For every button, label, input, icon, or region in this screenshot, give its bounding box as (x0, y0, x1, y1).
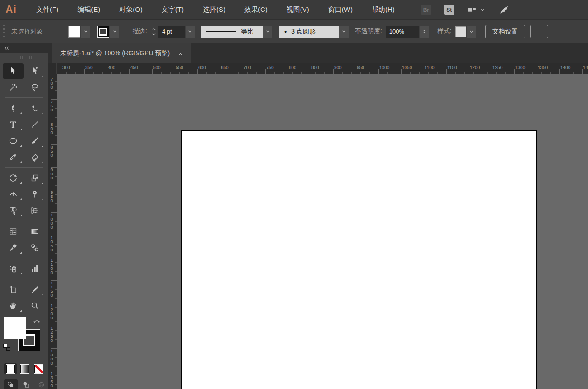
shape-builder-tool[interactable] (3, 203, 24, 218)
ruler-label: 300 (62, 65, 70, 70)
eraser-tool[interactable] (24, 149, 45, 165)
style-swatch[interactable] (455, 26, 466, 37)
gradient-tool[interactable] (24, 224, 45, 239)
toolbar-separator (5, 167, 43, 168)
menu-item[interactable]: 帮助(H) (362, 0, 404, 19)
curvature-tool[interactable] (24, 101, 45, 116)
knife-tool[interactable] (24, 282, 45, 297)
menu-item[interactable]: 视图(V) (277, 0, 319, 19)
gradient-icon (30, 227, 39, 236)
document-tab-title: 未标题-1.ai* @ 100% (RGB/GPU 预览) (60, 49, 170, 58)
swap-fill-stroke-icon[interactable] (33, 317, 41, 326)
apply-none-button[interactable] (32, 363, 45, 374)
puppet-warp-tool[interactable] (24, 187, 45, 202)
collapse-dock-icon[interactable] (4, 45, 10, 51)
type-tool[interactable] (3, 117, 24, 132)
control-bar: 未选择对象 描边: 4 pt 等比 • 3 点圆形 不透明度: 100% 样式:… (0, 20, 588, 43)
selection-status: 未选择对象 (11, 28, 43, 36)
ruler-label: 1350 (538, 65, 548, 70)
draw-behind-button[interactable] (19, 379, 33, 389)
stroke-weight-label[interactable]: 描边: (133, 27, 147, 36)
opacity-input[interactable]: 100% (386, 26, 419, 38)
stroke-profile-value: 等比 (241, 28, 253, 36)
scale-tool[interactable] (24, 170, 45, 186)
document-tab[interactable]: 未标题-1.ai* @ 100% (RGB/GPU 预览) (52, 43, 191, 63)
artboard-tool[interactable] (3, 282, 24, 297)
selection-tool[interactable] (3, 63, 24, 79)
partial-button[interactable] (530, 25, 548, 38)
chevron-down-icon[interactable] (480, 7, 485, 13)
toolbar-grip-handle[interactable] (15, 56, 33, 59)
stroke-profile-preview (206, 31, 236, 32)
apply-gradient-button[interactable] (18, 363, 31, 374)
stroke-weight-dropdown[interactable] (186, 26, 195, 38)
workspace: 未标题-1.ai* @ 100% (RGB/GPU 预览) 3003504004… (0, 43, 588, 389)
pen-icon (9, 104, 18, 113)
default-fill-stroke-icon[interactable] (3, 344, 10, 351)
artboard[interactable] (181, 130, 537, 389)
menu-item[interactable]: 对象(O) (110, 0, 152, 19)
menu-item[interactable]: 选择(S) (193, 0, 235, 19)
bridge-badge[interactable]: Br (421, 5, 431, 15)
apply-color-button[interactable] (4, 363, 17, 374)
stroke-color-swatch[interactable] (97, 26, 109, 38)
drawing-mode-buttons (4, 379, 48, 389)
ellipse-tool[interactable] (3, 133, 24, 149)
pencil-tool[interactable] (3, 149, 24, 165)
close-tab-icon[interactable] (178, 51, 183, 56)
direct-selection-tool[interactable] (24, 63, 45, 79)
symbol-sprayer-tool[interactable] (3, 261, 24, 276)
menu-item[interactable]: 文件(F) (27, 0, 68, 19)
fill-color-swatch[interactable] (68, 26, 80, 38)
zoom-icon (30, 301, 39, 310)
share-icon[interactable] (499, 5, 509, 15)
fill-color-dropdown[interactable] (81, 26, 90, 38)
pen-tool[interactable] (3, 101, 24, 116)
hand-tool[interactable] (3, 298, 24, 313)
workspace-switcher-icon[interactable] (467, 5, 477, 14)
rotate-tool[interactable] (3, 170, 24, 186)
style-dropdown[interactable] (467, 26, 476, 38)
line-segment-tool[interactable] (24, 117, 45, 132)
column-graph-tool[interactable] (24, 261, 45, 276)
brush-value: 3 点圆形 (291, 28, 316, 36)
opacity-label[interactable]: 不透明度: (355, 27, 382, 36)
canvas-area[interactable] (57, 74, 588, 389)
magic-wand-tool[interactable] (3, 80, 24, 95)
paintbrush-tool[interactable] (24, 133, 45, 149)
fill-proxy-swatch[interactable] (4, 317, 26, 339)
stroke-weight-stepper[interactable] (152, 28, 156, 36)
menu-item[interactable]: 效果(C) (235, 0, 277, 19)
blend-tool[interactable] (24, 240, 45, 255)
stroke-profile-dropdown[interactable] (263, 26, 272, 38)
hand-icon (9, 301, 18, 310)
menu-item[interactable]: 文字(T) (152, 0, 193, 19)
menu-item[interactable]: 窗口(W) (319, 0, 362, 19)
brush-select[interactable]: • 3 点圆形 (279, 26, 339, 38)
draw-normal-button[interactable] (4, 379, 18, 389)
menu-item[interactable]: 编辑(E) (68, 0, 110, 19)
lasso-tool[interactable] (24, 80, 45, 95)
brush-dropdown[interactable] (339, 26, 349, 38)
stroke-profile-select[interactable]: 等比 (201, 26, 263, 38)
stroke-weight-input[interactable]: 4 pt (158, 26, 185, 38)
panel-grip-handle[interactable] (3, 24, 5, 39)
width-tool[interactable] (3, 187, 24, 202)
vertical-ruler[interactable]: 7 0 07 5 08 0 08 5 09 0 09 5 01 0 0 01 0… (48, 74, 57, 389)
draw-inside-button (34, 379, 48, 389)
horizontal-ruler[interactable]: 3003504004505005506006507007508008509009… (57, 63, 588, 74)
ruler-label: 1300 (515, 65, 525, 70)
ruler-label: 1 3 0 0 (50, 349, 53, 365)
ruler-label: 700 (244, 65, 251, 70)
zoom-tool[interactable] (24, 298, 45, 313)
document-setup-button[interactable]: 文档设置 (485, 25, 525, 38)
mesh-tool[interactable] (3, 224, 24, 239)
eyedropper-tool[interactable] (3, 240, 24, 255)
ruler-label: 500 (153, 65, 161, 70)
perspective-grid-tool[interactable] (24, 203, 45, 218)
stroke-color-dropdown[interactable] (110, 26, 119, 38)
opacity-expand-button[interactable] (420, 26, 429, 38)
ruler-label: 900 (334, 65, 342, 70)
stock-badge[interactable]: St (444, 5, 454, 15)
ruler-corner[interactable] (48, 63, 57, 74)
